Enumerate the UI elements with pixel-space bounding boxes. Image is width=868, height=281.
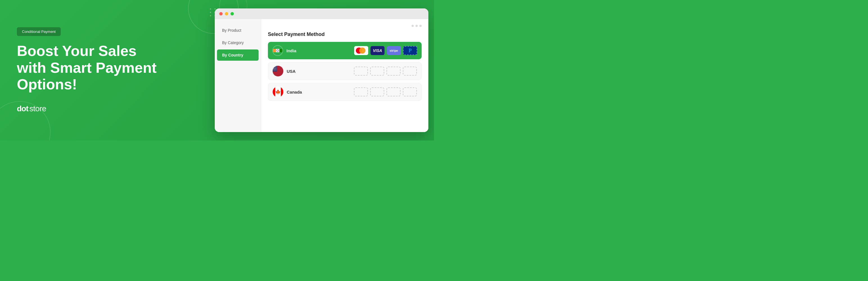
left-content: Conditional Payment Boost Your Sales wit… [17, 0, 186, 140]
header-dots [268, 25, 422, 27]
canada-name: Canada [287, 90, 304, 94]
browser-btn-minimize[interactable] [225, 12, 228, 15]
country-row-canada: 🍁 Canada [268, 83, 422, 101]
badge: Conditional Payment [17, 27, 61, 36]
browser-btn-close[interactable] [219, 12, 223, 15]
country-row-india: India VISA stripe [268, 42, 422, 59]
visa-icon: VISA [370, 46, 384, 55]
browser-titlebar [215, 8, 428, 19]
app-main: Select Payment Method India [261, 19, 428, 132]
canada-payment-placeholder-4 [403, 87, 417, 96]
select-payment-title: Select Payment Method [268, 31, 422, 37]
canada-payment-placeholder-2 [370, 87, 384, 96]
india-flag [272, 45, 283, 56]
usa-flag: ★★★★★★★★★ [273, 66, 283, 76]
canada-payment-placeholder-1 [354, 87, 368, 96]
browser-content: By Product By Category By Country Select… [215, 19, 428, 132]
usa-payment-placeholder-1 [354, 67, 368, 75]
canada-payment-icons [354, 87, 417, 96]
india-payment-icons: VISA stripe P [354, 46, 417, 55]
canada-payment-placeholder-3 [386, 87, 401, 96]
browser-mockup: By Product By Category By Country Select… [215, 8, 428, 132]
brand-text: store [30, 104, 46, 113]
app-sidebar: By Product By Category By Country [215, 19, 261, 132]
stripe-icon: stripe [387, 46, 401, 55]
brand-logo: dotstore [17, 104, 186, 113]
brand-dot: dot [17, 104, 28, 113]
header-dot-1 [411, 25, 414, 27]
usa-payment-placeholder-3 [386, 67, 401, 75]
canada-flag: 🍁 [273, 87, 283, 97]
browser-btn-maximize[interactable] [230, 12, 234, 15]
mastercard-icon [354, 46, 368, 55]
usa-name: USA [287, 69, 304, 74]
paypal-icon: P [403, 46, 417, 55]
sidebar-item-by-product[interactable]: By Product [217, 25, 258, 36]
header-dot-3 [420, 25, 422, 27]
background: Conditional Payment Boost Your Sales wit… [0, 0, 434, 140]
headline: Boost Your Sales with Smart Payment Opti… [17, 43, 186, 93]
india-name: India [286, 48, 303, 53]
usa-payment-icons [354, 67, 417, 75]
usa-payment-placeholder-4 [403, 67, 417, 75]
country-row-usa: ★★★★★★★★★ USA [268, 62, 422, 80]
sidebar-item-by-country[interactable]: By Country [217, 50, 258, 61]
usa-payment-placeholder-2 [370, 67, 384, 75]
maple-leaf-icon: 🍁 [275, 89, 281, 95]
header-dot-2 [415, 25, 418, 27]
sidebar-item-by-category[interactable]: By Category [217, 37, 258, 48]
